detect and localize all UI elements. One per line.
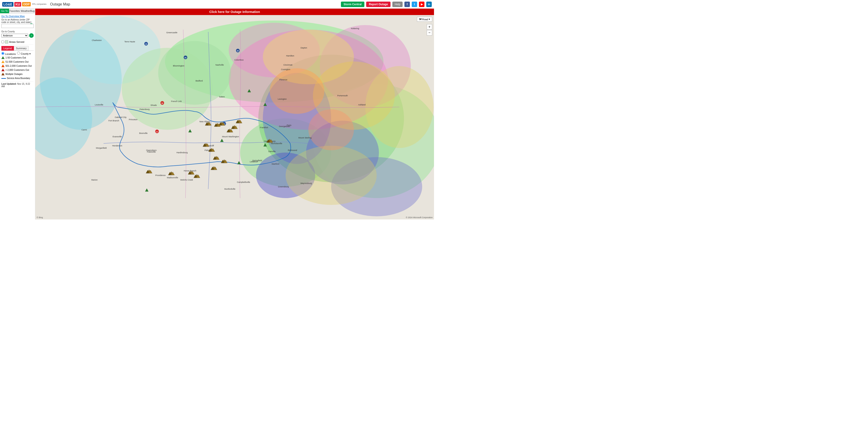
- svg-text:Florence: Florence: [279, 79, 287, 81]
- svg-text:Evansville: Evansville: [113, 136, 122, 138]
- svg-text:Mount Washington: Mount Washington: [222, 136, 239, 138]
- header-right: Storm Central Report Outage Help f t ▶ i…: [341, 2, 432, 7]
- svg-text:Portsmouth: Portsmouth: [337, 94, 348, 97]
- multiple-outages-icon: [1, 72, 5, 76]
- map-svg: Charleston Terre Haute Bloomington Shoal…: [35, 16, 434, 220]
- svg-text:Mount Sterling: Mount Sterling: [298, 137, 312, 139]
- locations-radio-label[interactable]: Locations: [1, 52, 16, 55]
- svg-text:Boonville: Boonville: [139, 132, 148, 134]
- svg-text:Salem: Salem: [219, 96, 225, 98]
- header: LG&E KU ODP PPL companies Outage Map Sto…: [0, 0, 434, 9]
- facebook-icon[interactable]: f: [404, 2, 410, 7]
- svg-text:Cincinnati: Cincinnati: [283, 64, 292, 66]
- svg-point-16: [270, 68, 324, 114]
- bing-attribution: © Bing: [37, 216, 43, 218]
- svg-text:Morganfield: Morganfield: [96, 147, 106, 149]
- locations-radio[interactable]: [1, 52, 4, 55]
- svg-text:Oakland City: Oakland City: [115, 116, 127, 118]
- svg-text:Providence: Providence: [155, 174, 165, 176]
- svg-text:Terre Haute: Terre Haute: [124, 40, 135, 43]
- svg-text:Marion: Marion: [91, 179, 98, 181]
- svg-text:Princeton: Princeton: [129, 118, 137, 121]
- main-container: Go To Favorites WeatherBug Go To Overvie…: [0, 9, 434, 220]
- svg-text:Hamilton: Hamilton: [286, 55, 294, 57]
- tab-goto[interactable]: Go To: [0, 9, 9, 13]
- tab-favorites[interactable]: Favorites: [9, 9, 20, 13]
- legend-label-501-2000: 501-2,000 Customers Out: [5, 64, 32, 67]
- legend-item-501-2000: 501-2,000 Customers Out: [1, 64, 34, 68]
- svg-text:Waynesburg: Waynesburg: [301, 182, 312, 184]
- zoom-out-button[interactable]: −: [427, 30, 432, 35]
- overview-map-link[interactable]: Go To Overview Map: [1, 15, 34, 18]
- legend-item-2000plus: > 2,000 Customers Out: [1, 68, 34, 72]
- county-radio[interactable]: [17, 52, 20, 55]
- legend-tab[interactable]: Legend: [1, 46, 14, 51]
- outage-banner[interactable]: Click here for Outage Information: [35, 9, 434, 15]
- svg-text:Richmond: Richmond: [288, 149, 297, 151]
- lge-logo: LG&E: [2, 2, 13, 7]
- address-label: Go to an Address (enter ZIP code or stre…: [1, 19, 34, 24]
- chevron-down-icon: ▾: [429, 18, 430, 21]
- svg-text:Welchs Creek: Welchs Creek: [180, 179, 193, 181]
- svg-text:Petersburg: Petersburg: [140, 108, 150, 111]
- svg-text:Greencastle: Greencastle: [166, 31, 178, 34]
- address-input[interactable]: [1, 24, 34, 28]
- triangle-red-icon: [1, 68, 5, 72]
- county-select[interactable]: Anderson Bartholomew Boone Clark Floyd G…: [1, 34, 28, 37]
- svg-text:Covington: Covington: [281, 68, 290, 70]
- svg-point-22: [158, 41, 231, 105]
- youtube-icon[interactable]: ▶: [419, 2, 425, 7]
- copyright-attribution: © 2024 Microsoft Corporation: [406, 216, 433, 218]
- svg-text:Nicholasville: Nicholasville: [271, 142, 282, 145]
- svg-text:69: 69: [185, 57, 186, 59]
- svg-text:French Lick: French Lick: [171, 100, 182, 103]
- summary-tab[interactable]: Summary: [14, 46, 29, 51]
- svg-text:50: 50: [161, 103, 163, 104]
- areas-served-label: Areas Served: [9, 40, 24, 43]
- svg-text:Louisville: Louisville: [95, 104, 103, 106]
- svg-text:Fort Branch: Fort Branch: [108, 120, 119, 122]
- svg-text:Paris: Paris: [287, 124, 291, 126]
- svg-text:Ashland: Ashland: [358, 104, 366, 106]
- svg-text:Madisonville: Madisonville: [167, 176, 178, 179]
- help-button[interactable]: Help: [392, 2, 403, 7]
- legend-label-1-50: 1-50 Customers Out: [5, 56, 26, 59]
- linkedin-icon[interactable]: in: [426, 2, 432, 7]
- svg-text:65: 65: [237, 50, 239, 52]
- map-icon: 🗺: [419, 18, 422, 21]
- legend-item-1-50: 1-50 Customers Out: [1, 56, 34, 60]
- ku-logo: KU: [14, 2, 21, 7]
- svg-text:Lexington: Lexington: [278, 98, 286, 100]
- map-controls-top: 🗺 Road ▾: [417, 17, 432, 22]
- county-radio-label[interactable]: County ▾: [17, 52, 31, 55]
- county-select-row: Anderson Bartholomew Boone Clark Floyd G…: [1, 33, 34, 38]
- svg-text:231: 231: [156, 131, 158, 133]
- county-go-button[interactable]: ›: [29, 33, 34, 38]
- svg-text:Dayton: Dayton: [301, 47, 307, 49]
- zoom-in-button[interactable]: +: [427, 24, 432, 30]
- map-container[interactable]: Click here for Outage Information 🗺 Road…: [35, 9, 434, 220]
- map-type-button[interactable]: 🗺 Road ▾: [417, 17, 432, 22]
- svg-text:Greensburg: Greensburg: [278, 185, 289, 188]
- svg-text:Kettering: Kettering: [351, 27, 359, 30]
- triangle-yellow-icon: [1, 60, 5, 64]
- svg-text:Carmi: Carmi: [82, 129, 87, 131]
- svg-text:Bedford: Bedford: [195, 80, 203, 82]
- logo-area: LG&E KU ODP PPL companies: [2, 2, 46, 7]
- svg-text:New Albany: New Albany: [199, 120, 210, 123]
- twitter-icon[interactable]: t: [412, 2, 417, 7]
- svg-text:Henderson: Henderson: [112, 145, 122, 147]
- legend-label-51-500: 51-500 Customers Out: [5, 60, 28, 63]
- county-label: Go to County: [1, 30, 34, 33]
- legend-item-multiple: Multiple Outages: [1, 72, 34, 76]
- logo-subtitle: PPL companies: [32, 3, 46, 5]
- report-outage-button[interactable]: Report Outage: [366, 2, 391, 7]
- svg-text:40: 40: [145, 43, 147, 45]
- tab-weatherbug[interactable]: WeatherBug: [20, 9, 35, 13]
- legend-label-2000plus: > 2,000 Customers Out: [5, 68, 29, 71]
- areas-served-checkbox[interactable]: [1, 40, 4, 43]
- sidebar-body: Go To Overview Map Go to an Address (ent…: [0, 13, 35, 89]
- storm-central-button[interactable]: Storm Central: [341, 2, 364, 7]
- odp-logo: ODP: [22, 2, 31, 6]
- svg-text:Springfield: Springfield: [252, 159, 262, 162]
